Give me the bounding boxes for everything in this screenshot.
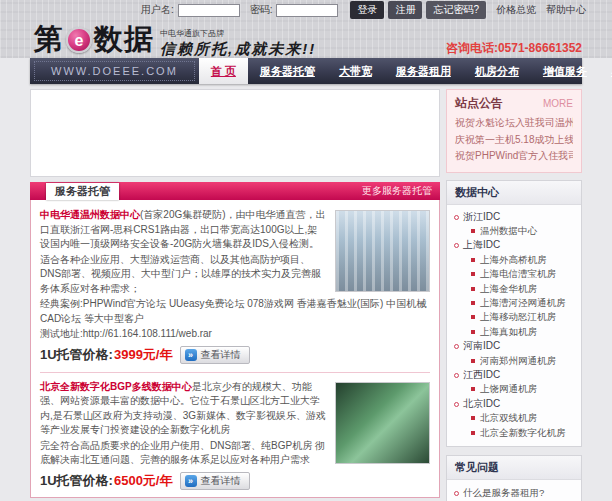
nav-item-cases[interactable]: 典型案例	[599, 58, 612, 84]
idc-room-label: 北京全新数字化机房	[480, 427, 566, 438]
site-header: 第 e 数据 中电华通旗下品牌 信赖所托,成就未来!! 咨询电话:0571-86…	[0, 20, 612, 58]
faq-item[interactable]: 什么是服务器租用?	[454, 485, 574, 501]
username-label: 用户名:	[141, 3, 174, 17]
circle-bullet-icon	[454, 402, 459, 407]
idc-region-beijing[interactable]: 北京IDC	[454, 397, 574, 411]
idc-room[interactable]: 上海真如机房	[454, 325, 574, 339]
main-content: 服务器托管 更多服务器托管 中电华通温州数据中心(首家20G集群硬防)，由中电华…	[30, 89, 582, 501]
announcements-title: 站点公告	[455, 95, 503, 112]
square-bullet-icon	[471, 387, 475, 391]
announcements-more-link[interactable]: MORE	[543, 98, 573, 109]
price-row: 1U托管价格:3999元/年 » 查看详情	[40, 346, 430, 364]
announcement-item[interactable]: 祝贺永魁论坛入驻我司温州机房 ...	[455, 115, 573, 132]
idc-region-label: 河南IDC	[463, 340, 500, 351]
detail-arrow-icon: »	[185, 349, 197, 361]
beijing-datacenter-photo[interactable]	[335, 382, 430, 464]
announcements-box: 站点公告 MORE 祝贺永魁论坛入驻我司温州机房 ... 庆祝第一主机5.18成…	[446, 89, 582, 173]
offer-name: 中电华通温州数据中心	[40, 209, 140, 220]
idc-region-label: 江西IDC	[463, 369, 500, 380]
left-column: 服务器托管 更多服务器托管 中电华通温州数据中心(首家20G集群硬防)，由中电华…	[30, 89, 440, 501]
idc-room-label: 上海移动怒江机房	[480, 311, 556, 322]
login-bar: 用户名: 密码: 登录 注册 忘记密码? 价格总览 帮助中心	[0, 0, 612, 20]
idc-room[interactable]: 北京双线机房	[454, 411, 574, 425]
view-details-label: 查看详情	[201, 474, 241, 488]
nav-item-hosting[interactable]: 服务器托管	[248, 58, 327, 84]
view-details-button[interactable]: » 查看详情	[180, 346, 250, 364]
nav-items: 首 页 服务器托管 大带宽 服务器租用 机房分布 增值服务 典型案例	[199, 58, 612, 84]
price-label: 1U托管价格:	[40, 472, 113, 490]
price-overview-link[interactable]: 价格总览	[496, 3, 536, 17]
square-bullet-icon	[471, 229, 475, 233]
nav-item-home[interactable]: 首 页	[199, 58, 248, 84]
password-label: 密码:	[250, 3, 273, 17]
banner-placeholder	[30, 89, 440, 177]
idc-room-label: 温州数据中心	[480, 225, 537, 236]
square-bullet-icon	[471, 359, 475, 363]
offer-beijing: 北京全新数字化BGP多线数据中心是北京少有的规模大、功能强、网站资源最丰富的数据…	[40, 380, 430, 492]
view-details-button[interactable]: » 查看详情	[180, 472, 250, 490]
circle-bullet-icon	[454, 215, 459, 220]
logo-text-first: 第	[34, 20, 64, 60]
nav-item-datacenter-map[interactable]: 机房分布	[463, 58, 531, 84]
idc-room-label: 河南郑州网通机房	[480, 355, 556, 366]
announcements-header: 站点公告 MORE	[455, 95, 573, 112]
faq-box: 常见问题 什么是服务器租用? 服务器租用和服务器托管有什么区别,哪 为什么要同时…	[446, 455, 582, 501]
idc-room-label: 上海电信漕宝机房	[480, 268, 556, 279]
hosting-section-header: 服务器托管 更多服务器托管	[30, 182, 440, 200]
wenzhou-datacenter-photo[interactable]	[335, 210, 430, 292]
idc-room-label: 上海真如机房	[480, 326, 537, 337]
idc-region-henan[interactable]: 河南IDC	[454, 339, 574, 353]
square-bullet-icon	[471, 272, 475, 276]
idc-region-shanghai[interactable]: 上海IDC	[454, 238, 574, 252]
logo[interactable]: 第 e 数据 中电华通旗下品牌 信赖所托,成就未来!!	[34, 20, 316, 60]
idc-room[interactable]: 上海漕河泾网通机房	[454, 296, 574, 310]
faq-title: 常见问题	[447, 456, 581, 480]
idc-room[interactable]: 上海外高桥机房	[454, 253, 574, 267]
idc-room[interactable]: 上海移动怒江机房	[454, 310, 574, 324]
idc-room[interactable]: 北京全新数字化机房	[454, 426, 574, 440]
price-value: 6500元/年	[114, 472, 173, 490]
hosting-offers-box: 中电华通温州数据中心(首家20G集群硬防)，由中电华通直营，出口直联浙江省网-思…	[30, 200, 440, 498]
site-url: WWW.DOEEE.COM	[34, 61, 195, 81]
circle-bullet-icon	[454, 243, 459, 248]
announcement-item[interactable]: 庆祝第一主机5.18成功上线 ...	[455, 132, 573, 149]
offer-test-url[interactable]: 测试地址:http://61.164.108.111/web.rar	[40, 327, 430, 342]
idc-room[interactable]: 上海金华机房	[454, 282, 574, 296]
idc-room[interactable]: 温州数据中心	[454, 224, 574, 238]
idc-room[interactable]: 河南郑州网通机房	[454, 354, 574, 368]
idc-room[interactable]: 上海电信漕宝机房	[454, 267, 574, 281]
idc-region-zhejiang[interactable]: 浙江IDC	[454, 210, 574, 224]
announcement-item[interactable]: 祝贺PHPWind官方入住我司温州机 ...	[455, 148, 573, 165]
offer-cases: 经典案例:PHPWind官方论坛 UUeasy免费论坛 078游戏网 香港嘉香魅…	[40, 297, 430, 326]
datacenter-list: 浙江IDC 温州数据中心 上海IDC 上海外高桥机房 上海电信漕宝机房 上海金华…	[447, 205, 581, 447]
square-bullet-icon	[471, 315, 475, 319]
logo-taglines: 中电华通旗下品牌 信赖所托,成就未来!!	[160, 22, 316, 59]
nav-item-value-added[interactable]: 增值服务	[531, 58, 599, 84]
square-bullet-icon	[471, 258, 475, 262]
detail-arrow-icon: »	[185, 475, 197, 487]
square-bullet-icon	[471, 416, 475, 420]
idc-region-jiangxi[interactable]: 江西IDC	[454, 368, 574, 382]
idc-region-label: 浙江IDC	[463, 211, 500, 222]
header-zone: 用户名: 密码: 登录 注册 忘记密码? 价格总览 帮助中心 第 e 数据 中电…	[0, 0, 612, 58]
square-bullet-icon	[471, 287, 475, 291]
idc-room-label: 北京双线机房	[480, 412, 537, 423]
offer-name: 北京全新数字化BGP多线数据中心	[40, 381, 192, 392]
password-input[interactable]	[276, 4, 338, 17]
register-button[interactable]: 注册	[388, 1, 422, 19]
faq-item-label: 什么是服务器租用?	[463, 487, 544, 498]
login-button[interactable]: 登录	[350, 1, 384, 19]
username-input[interactable]	[178, 4, 240, 17]
right-column: 站点公告 MORE 祝贺永魁论坛入驻我司温州机房 ... 庆祝第一主机5.18成…	[446, 89, 582, 501]
forgot-password-button[interactable]: 忘记密码?	[426, 1, 486, 19]
idc-room[interactable]: 上饶网通机房	[454, 382, 574, 396]
nav-item-bandwidth[interactable]: 大带宽	[327, 58, 384, 84]
help-center-link[interactable]: 帮助中心	[546, 3, 586, 17]
idc-room-label: 上海漕河泾网通机房	[480, 297, 566, 308]
price-label: 1U托管价格:	[40, 346, 113, 364]
offer-divider	[40, 372, 430, 373]
nav-item-rental[interactable]: 服务器租用	[384, 58, 463, 84]
hosting-tab[interactable]: 服务器托管	[46, 183, 119, 200]
hosting-more-link[interactable]: 更多服务器托管	[362, 184, 432, 198]
datacenter-box: 数据中心 浙江IDC 温州数据中心 上海IDC 上海外高桥机房 上海电信漕宝机房…	[446, 180, 582, 448]
